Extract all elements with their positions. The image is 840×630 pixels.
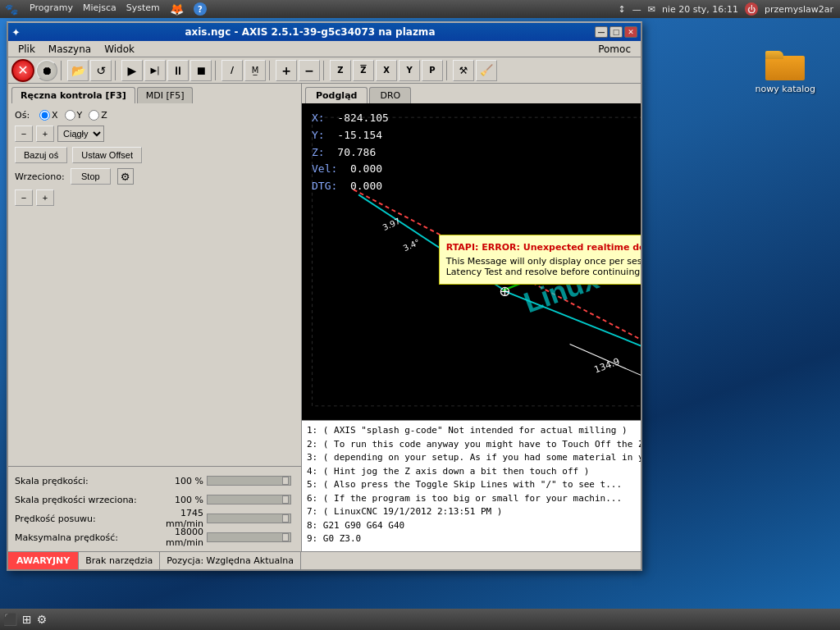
- status-position: Pozycja: Względna Aktualna: [160, 552, 301, 569]
- taskbar-right: ↕ — ✉ nie 20 sty, 16:11 ⏻ przemyslaw2ar: [611, 2, 840, 16]
- close-button[interactable]: ✕: [624, 26, 637, 38]
- dro-x-row: X: -824.105: [312, 110, 389, 127]
- axis-x-radio[interactable]: [39, 110, 50, 121]
- estop-button[interactable]: ✕: [11, 59, 34, 82]
- menu-programy[interactable]: Programy: [30, 2, 73, 16]
- menu-system[interactable]: System: [126, 2, 160, 16]
- maximize-button[interactable]: □: [609, 26, 623, 38]
- folder-icon: [765, 49, 805, 80]
- y-view-button[interactable]: Y: [399, 60, 420, 81]
- app-window: ✦ axis.ngc - AXIS 2.5.1-39-g5c34073 na p…: [7, 21, 642, 571]
- z-view-button[interactable]: Z: [330, 60, 351, 81]
- toolbar-sep-6: [446, 61, 450, 80]
- toolbar: ✕ ⏺ 📂 ↺ ▶ ▶| ⏸ ⏹ / M̲ + − Z Z X Y P ⚒ 🧹: [8, 57, 641, 84]
- speed-slider-1[interactable]: [207, 495, 291, 504]
- axis-x-option[interactable]: X: [39, 110, 58, 121]
- toolbar-sep-4: [269, 61, 272, 80]
- firefox-icon[interactable]: 🦊: [170, 2, 184, 16]
- tool-button[interactable]: ⚒: [453, 60, 474, 81]
- menu-miejsca[interactable]: Miejsca: [83, 2, 116, 16]
- dash-icon: —: [632, 4, 641, 15]
- x-view-button[interactable]: X: [376, 60, 397, 81]
- menu-pomoc[interactable]: Pomoc: [591, 42, 637, 57]
- speed-row-3: Maksymalna prędkość: 18000 mm/min: [15, 529, 294, 546]
- spindle-plus-button[interactable]: +: [36, 189, 54, 206]
- taskbar-left: 🐾: [0, 3, 23, 16]
- terminal-icon[interactable]: ⬛: [3, 613, 17, 626]
- set-offset-button[interactable]: Ustaw Offset: [72, 147, 142, 163]
- left-panel: Ręczna kontrola [F3] MDI [F5] Oś: X Y: [8, 84, 302, 551]
- spindle-stop-button[interactable]: Stop: [71, 168, 111, 185]
- mdi-button[interactable]: M̲: [244, 60, 266, 81]
- desktop-icon[interactable]: 🐾: [5, 3, 18, 16]
- axis-radio-group: X Y Z: [39, 110, 107, 121]
- gcode-panel: 1: ( AXIS "splash g-code" Not intended f…: [302, 420, 641, 551]
- window-title: axis.ngc - AXIS 2.5.1-39-g5c34073 na pla…: [25, 26, 595, 38]
- action-buttons: Bazuj oś Ustaw Offset: [15, 147, 294, 163]
- dro-vel-row: Vel: 0.000: [312, 161, 389, 178]
- folder-label: nowy katalog: [756, 84, 815, 94]
- tab-preview[interactable]: Podgląd: [305, 87, 368, 103]
- axis-y-radio[interactable]: [65, 110, 75, 121]
- gcode-line-6: 6: ( If the program is too big or small …: [307, 492, 641, 506]
- edit-button[interactable]: /: [221, 60, 243, 81]
- dro-vel-value: 0.000: [344, 162, 382, 175]
- tab-manual[interactable]: Ręczna kontrola [F3]: [11, 87, 135, 103]
- speed-slider-0[interactable]: [207, 476, 291, 486]
- spindle-gear-button[interactable]: ⚙: [117, 168, 134, 185]
- jog-plus-button[interactable]: +: [36, 126, 54, 142]
- error-body: This Message will only display once per …: [446, 256, 641, 277]
- pause-run-button[interactable]: ⏸: [167, 60, 189, 81]
- status-bar: AWARYJNY Brak narzędzia Pozycja: Względn…: [8, 551, 641, 569]
- dro-y-label: Y:: [312, 129, 325, 141]
- speed-row-0: Skala prędkości: 100 %: [15, 472, 294, 489]
- dro-dtg-row: DTG: 0.000: [312, 178, 389, 195]
- menu-maszyna[interactable]: Maszyna: [42, 42, 98, 57]
- dro-dtg-label: DTG:: [312, 180, 337, 192]
- help-icon[interactable]: ?: [194, 2, 207, 16]
- gcode-line-1: 1: ( AXIS "splash g-code" Not intended f…: [307, 424, 641, 438]
- speed-label-1: Skala prędkości wrzeciona:: [15, 495, 158, 505]
- axis-y-option[interactable]: Y: [65, 110, 83, 121]
- home-axis-button[interactable]: Bazuj oś: [15, 147, 67, 163]
- speed-value-3: 18000 mm/min: [158, 527, 203, 548]
- dro-z-value: 70.786: [331, 146, 376, 158]
- minimize-button[interactable]: —: [595, 26, 608, 38]
- file-manager-icon[interactable]: ⊞: [22, 613, 32, 626]
- z-bar-button[interactable]: Z: [353, 60, 374, 81]
- spindle-minus-button[interactable]: −: [15, 189, 33, 206]
- open-button[interactable]: 📂: [67, 60, 89, 81]
- zoom-out-button[interactable]: −: [299, 60, 320, 81]
- power-button[interactable]: ⏻: [745, 2, 758, 16]
- reload-button[interactable]: ↺: [90, 60, 112, 81]
- run-button[interactable]: ▶: [121, 60, 143, 81]
- axis-z-radio[interactable]: [89, 110, 99, 121]
- tab-dro[interactable]: DRO: [369, 87, 411, 103]
- speed-slider-2[interactable]: [207, 514, 291, 523]
- jog-minus-button[interactable]: −: [15, 126, 33, 142]
- clear-button[interactable]: 🧹: [476, 60, 497, 81]
- toolbar-sep-5: [323, 61, 326, 80]
- speed-row-1: Skala prędkości wrzeciona: 100 %: [15, 491, 294, 508]
- tab-mdi[interactable]: MDI [F5]: [137, 87, 194, 103]
- window-controls: — □ ✕: [595, 26, 637, 38]
- speed-value-0: 100 %: [158, 476, 203, 486]
- jog-mode-select[interactable]: Ciągły: [57, 126, 104, 142]
- taskbar-top: 🐾 Programy Miejsca System 🦊 ? ↕ — ✉ nie …: [0, 0, 840, 18]
- menu-plik[interactable]: Plik: [11, 42, 42, 57]
- settings-icon[interactable]: ⚙: [37, 613, 48, 626]
- speed-label-2: Prędkość posuwu:: [15, 514, 158, 524]
- step-forward-button[interactable]: ▶|: [144, 60, 166, 81]
- dro-z-row: Z: 70.786: [312, 144, 389, 162]
- axis-z-option[interactable]: Z: [89, 110, 107, 121]
- taskbar-menus: Programy Miejsca System 🦊 ?: [23, 2, 213, 16]
- desktop-folder[interactable]: nowy katalog: [756, 49, 815, 94]
- pause-button[interactable]: ⏺: [36, 60, 57, 81]
- menu-widok[interactable]: Widok: [98, 42, 141, 57]
- axis-row: Oś: X Y Z: [15, 110, 294, 121]
- p-view-button[interactable]: P: [422, 60, 443, 81]
- manual-panel: Oś: X Y Z −: [8, 103, 301, 466]
- stop-run-button[interactable]: ⏹: [190, 60, 212, 81]
- speed-slider-3[interactable]: [207, 532, 291, 542]
- zoom-in-button[interactable]: +: [276, 60, 297, 81]
